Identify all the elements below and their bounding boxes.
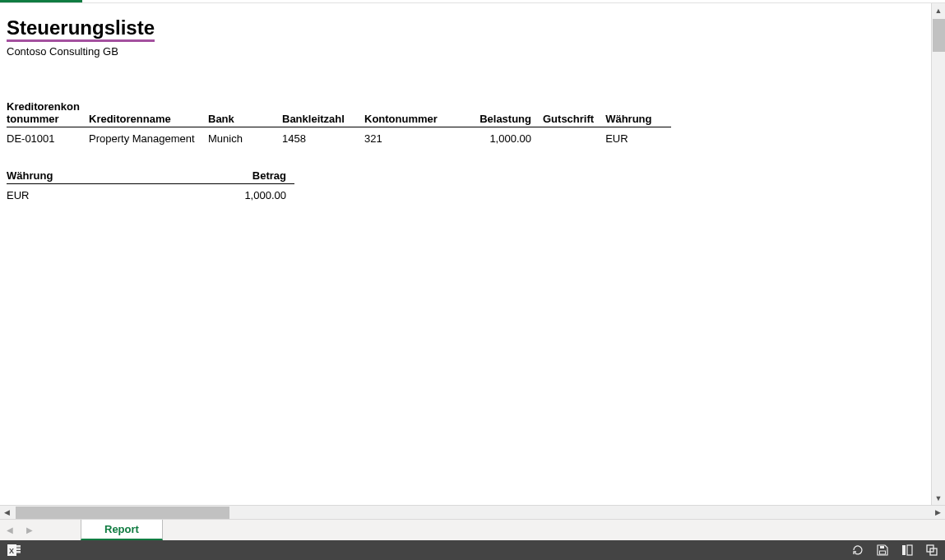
th-kreditorenname: Kreditorenname	[89, 99, 208, 127]
status-bar: X	[0, 540, 945, 560]
tab-report[interactable]: Report	[81, 520, 163, 540]
report-body: Steuerungsliste Contoso Consulting GB EU…	[0, 3, 931, 505]
svg-rect-1	[16, 545, 21, 548]
sheet-tab-strip: ◀ ▶ Report	[0, 519, 945, 540]
app-root: Steuerungsliste Contoso Consulting GB EU…	[0, 0, 945, 560]
fullscreen-icon[interactable]	[925, 544, 938, 557]
th-waehrung: Währung	[605, 99, 671, 127]
svg-rect-2	[16, 548, 21, 551]
summary-row: EUR 1,000.00	[7, 184, 294, 206]
horizontal-scrollbar[interactable]: ◀ ▶	[0, 505, 945, 519]
scroll-left-button[interactable]: ◀	[0, 507, 14, 519]
cell-kredno: DE-01001	[7, 127, 89, 149]
scroll-h-thumb[interactable]	[16, 507, 229, 519]
th-bank: Bank	[208, 99, 282, 127]
cell-bank: Munich	[208, 127, 282, 149]
svg-rect-6	[880, 551, 886, 554]
svg-rect-5	[880, 546, 884, 548]
scroll-v-thumb[interactable]	[933, 19, 945, 52]
scroll-right-button[interactable]: ▶	[931, 507, 945, 519]
panel-icon[interactable]	[901, 544, 914, 557]
cell-konto: 321	[364, 127, 456, 149]
svg-text:X: X	[9, 547, 14, 555]
table-header-row: Kreditorenkontonummer Kreditorenname Ban…	[7, 99, 671, 127]
main-table: Kreditorenkontonummer Kreditorenname Ban…	[7, 99, 671, 148]
company-name: Contoso Consulting GB	[7, 45, 924, 58]
th-gutschrift: Gutschrift	[543, 99, 605, 127]
th-bankleitzahl: Bankleitzahl	[282, 99, 364, 127]
tab-nav-prev-icon[interactable]: ◀	[7, 525, 13, 535]
th-kontonummer: Kontonummer	[364, 99, 456, 127]
summary-header-row: Währung Betrag	[7, 168, 294, 184]
svg-rect-3	[16, 551, 21, 553]
cell-blz: 1458	[282, 127, 364, 149]
vertical-scrollbar[interactable]: ▲ ▼	[931, 3, 945, 505]
svg-rect-8	[907, 545, 912, 555]
content-area: Steuerungsliste Contoso Consulting GB EU…	[0, 2, 945, 505]
scroll-h-track[interactable]	[14, 507, 931, 519]
cell-waehrung: EUR	[605, 127, 671, 149]
th-belastung: Belastung	[456, 99, 543, 127]
th-sum-betrag: Betrag	[196, 168, 294, 184]
scroll-v-track[interactable]	[933, 17, 945, 491]
status-right	[851, 544, 938, 557]
refresh-icon[interactable]	[851, 544, 864, 557]
table-row: DE-01001 Property Management Munich 1458…	[7, 127, 671, 149]
cell-belastung: 1,000.00	[456, 127, 543, 149]
page-title: Steuerungsliste	[7, 16, 155, 42]
tab-nav: ◀ ▶	[0, 520, 39, 540]
cell-sum-waehrung: EUR	[7, 184, 196, 206]
th-kreditorenkontonummer: Kreditorenkontonummer	[7, 99, 89, 127]
scroll-down-button[interactable]: ▼	[933, 491, 945, 505]
cell-kredname: Property Management	[89, 127, 208, 149]
save-icon[interactable]	[876, 544, 889, 557]
scroll-up-button[interactable]: ▲	[933, 3, 945, 17]
cell-sum-betrag: 1,000.00	[196, 184, 294, 206]
svg-rect-7	[902, 545, 906, 555]
th-sum-waehrung: Währung	[7, 168, 196, 184]
tab-nav-next-icon[interactable]: ▶	[26, 525, 33, 535]
excel-icon: X	[7, 543, 21, 558]
cell-gutschrift	[543, 127, 605, 149]
summary-table: Währung Betrag EUR 1,000.00	[7, 168, 294, 205]
